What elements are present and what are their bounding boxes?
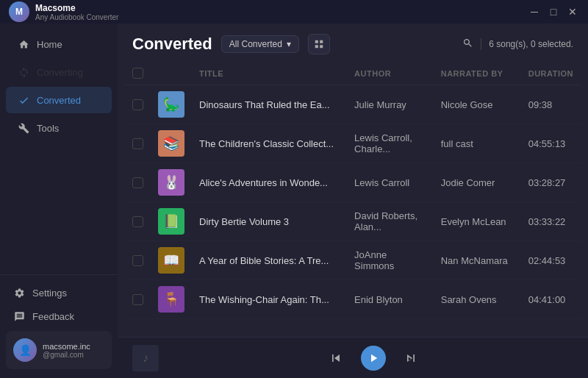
row-duration-cell: 04:41:00 [521,280,581,319]
app-logo: M [9,1,29,22]
row-thumb-cell: 📖 [151,241,192,280]
app-subtitle: Any Audiobook Converter [35,13,118,21]
header-right: 6 song(s), 0 selected. [462,38,573,51]
row-checkbox[interactable] [132,294,143,305]
user-email: @gmail.com [43,351,90,359]
row-checkbox[interactable] [132,216,143,227]
book-author: Lewis Carroll [354,177,409,188]
books-list: 🦕 Dinosaurs That Ruled the Ea... Julie M… [125,85,581,319]
row-check-cell [125,163,151,202]
app-name-group: Macsome Any Audiobook Converter [35,3,118,21]
book-thumbnail: 📚 [158,130,184,157]
feedback-icon [13,310,25,322]
book-author: Enid Blyton [354,294,403,305]
filter-dropdown[interactable]: All Converted ▾ [221,35,299,53]
row-thumb-cell: 🪑 [151,280,192,319]
sidebar-item-tools[interactable]: Tools [6,115,112,141]
row-narrator-cell: Jodie Comer [434,163,521,202]
row-duration-cell: 03:33:22 [521,202,581,241]
book-author: Lewis Carroll, Charle... [354,132,412,154]
table-row[interactable]: 🦕 Dinosaurs That Ruled the Ea... Julie M… [125,85,581,124]
sidebar-item-home-label: Home [37,39,62,50]
minimize-button[interactable]: ─ [528,5,541,18]
maximize-button[interactable]: □ [547,5,560,18]
books-table: TITLE Author Narrated by DURATION 🦕 Dino… [125,62,581,319]
row-check-cell [125,241,151,280]
table-row[interactable]: 📚 The Children's Classic Collect... Lewi… [125,124,581,163]
row-thumb-cell: 🦕 [151,85,192,124]
sidebar-item-converted[interactable]: Converted [6,87,112,113]
user-info: macsome.inc @gmail.com [43,342,90,359]
converting-icon [18,66,29,78]
settings-icon [13,287,25,299]
book-narrator: Evelyn McLean [441,216,506,227]
row-title-cell: Dinosaurs That Ruled the Ea... [192,85,347,124]
close-button[interactable]: ✕ [566,5,579,18]
titlebar: M Macsome Any Audiobook Converter ─ □ ✕ [0,0,588,24]
grid-view-button[interactable] [308,34,330,54]
settings-item[interactable]: Settings [6,281,112,304]
row-narrator-cell: full cast [434,124,521,163]
book-duration: 04:55:13 [528,138,566,149]
row-author-cell: David Roberts, Alan... [347,202,434,241]
chevron-down-icon: ▾ [287,39,291,49]
music-note-icon: ♪ [143,352,148,365]
book-author: Julie Murray [354,99,406,110]
window-controls: ─ □ ✕ [528,5,579,18]
row-title-cell: A Year of Bible Stories: A Tre... [192,241,347,280]
search-button[interactable] [462,38,473,51]
row-check-cell [125,280,151,319]
table-header: TITLE Author Narrated by DURATION [125,62,581,85]
row-thumb-cell: 🐰 [151,163,192,202]
converted-icon [18,94,29,106]
user-profile[interactable]: 👤 macsome.inc @gmail.com [6,331,112,369]
player-bar: ♪ [118,337,588,378]
row-narrator-cell: Sarah Ovens [434,280,521,319]
play-button[interactable] [361,346,386,371]
content-area: Converted All Converted ▾ 6 song(s), 0 s… [118,24,588,378]
filter-label: All Converted [229,39,282,49]
feedback-item[interactable]: Feedback [6,304,112,328]
sidebar-item-home[interactable]: Home [6,31,112,57]
divider [481,38,481,50]
book-author: JoAnne Simmons [354,249,394,271]
book-title: The Wishing-Chair Again: Th... [199,294,329,305]
book-thumbnail: 🪑 [158,286,184,313]
book-title: The Children's Classic Collect... [199,138,334,149]
header-thumb [151,62,192,85]
row-checkbox[interactable] [132,99,143,110]
book-duration: 02:44:53 [528,255,566,266]
user-name: macsome.inc [43,342,90,351]
tools-icon [18,122,29,134]
sidebar-bottom: Settings Feedback 👤 macsome.inc @gmail.c… [0,274,118,378]
row-duration-cell: 09:38 [521,85,581,124]
book-duration: 04:41:00 [528,294,566,305]
book-duration: 09:38 [528,99,553,110]
table-row[interactable]: 📖 A Year of Bible Stories: A Tre... JoAn… [125,241,581,280]
skip-forward-button[interactable] [404,351,418,365]
table-row[interactable]: 🐰 Alice's Adventures in Wonde... Lewis C… [125,163,581,202]
header-author: Author [347,62,434,85]
header-title: TITLE [192,62,347,85]
skip-back-button[interactable] [329,351,343,365]
select-all-checkbox[interactable] [132,68,143,79]
row-title-cell: Alice's Adventures in Wonde... [192,163,347,202]
row-author-cell: Julie Murray [347,85,434,124]
header-check [125,62,151,85]
row-checkbox[interactable] [132,255,143,266]
app-name: Macsome [35,3,118,13]
books-table-container: TITLE Author Narrated by DURATION 🦕 Dino… [118,62,588,337]
row-author-cell: Lewis Carroll [347,163,434,202]
row-check-cell [125,202,151,241]
table-row[interactable]: 📗 Dirty Bertie Volume 3 David Roberts, A… [125,202,581,241]
row-checkbox[interactable] [132,138,143,149]
table-row[interactable]: 🪑 The Wishing-Chair Again: Th... Enid Bl… [125,280,581,319]
book-narrator: Jodie Comer [441,177,495,188]
row-checkbox[interactable] [132,177,143,188]
header-narrator: Narrated by [434,62,521,85]
app-branding: M Macsome Any Audiobook Converter [9,1,118,22]
row-duration-cell: 04:55:13 [521,124,581,163]
sidebar-item-tools-label: Tools [37,123,59,134]
page-title: Converted [132,35,212,54]
feedback-label: Feedback [32,311,74,322]
